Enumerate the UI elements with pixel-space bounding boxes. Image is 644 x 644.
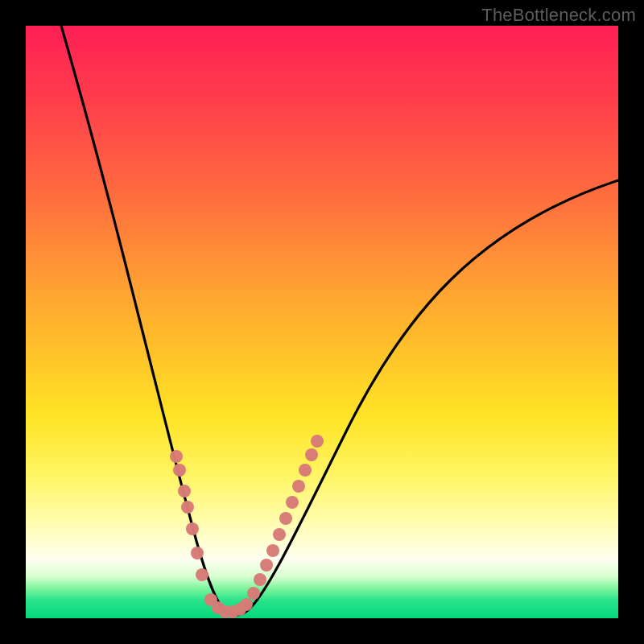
svg-point-6	[196, 568, 208, 581]
svg-point-2	[178, 485, 191, 497]
chart-frame: TheBottleneck.com	[0, 0, 644, 644]
svg-point-12	[240, 598, 253, 611]
svg-point-21	[299, 464, 312, 477]
svg-point-22	[305, 448, 318, 461]
dotted-overlay	[170, 435, 324, 618]
watermark-text: TheBottleneck.com	[481, 5, 636, 26]
svg-point-17	[273, 528, 286, 541]
svg-point-15	[260, 559, 273, 572]
svg-point-4	[186, 522, 199, 535]
curve-path	[61, 26, 618, 615]
bottleneck-curve	[26, 26, 618, 618]
svg-point-1	[173, 464, 186, 477]
plot-area	[26, 26, 618, 618]
svg-point-20	[292, 480, 305, 493]
svg-point-0	[170, 450, 183, 463]
svg-point-23	[311, 435, 324, 448]
svg-point-14	[254, 573, 266, 586]
svg-point-13	[247, 587, 260, 600]
svg-point-16	[266, 544, 279, 557]
svg-point-3	[181, 501, 194, 514]
svg-point-18	[279, 512, 292, 525]
svg-point-5	[191, 547, 204, 559]
svg-point-19	[286, 496, 299, 509]
